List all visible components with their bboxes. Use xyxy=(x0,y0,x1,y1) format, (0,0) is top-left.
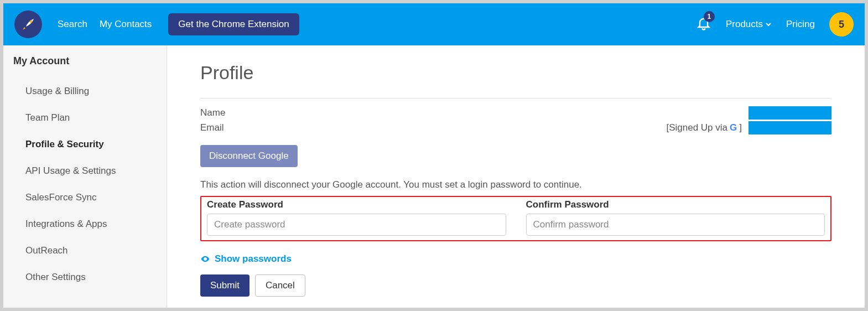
app-window: Search My Contacts Get the Chrome Extens… xyxy=(3,3,865,308)
sidebar-item-api-usage[interactable]: API Usage & Settings xyxy=(13,158,167,184)
top-header: Search My Contacts Get the Chrome Extens… xyxy=(3,3,865,45)
nav-search[interactable]: Search xyxy=(58,19,87,30)
rocket-icon xyxy=(19,15,37,33)
header-right: 1 Products Pricing 5 xyxy=(696,12,854,37)
name-row: Name xyxy=(200,105,831,120)
chrome-extension-button[interactable]: Get the Chrome Extension xyxy=(168,13,299,35)
password-fields-group: Create Password Confirm Password xyxy=(200,196,831,241)
notifications-button[interactable]: 1 xyxy=(696,15,711,33)
svg-point-0 xyxy=(30,20,33,23)
cancel-button[interactable]: Cancel xyxy=(255,274,305,297)
chevron-down-icon xyxy=(765,21,772,28)
eye-icon xyxy=(200,254,210,264)
google-icon: G xyxy=(730,120,737,135)
profile-info-section: Name Email [Signed Up via G ] Disconnect… xyxy=(200,98,831,167)
redacted-email-block xyxy=(749,121,831,134)
create-password-label: Create Password xyxy=(207,199,506,210)
show-passwords-toggle[interactable]: Show passwords xyxy=(200,253,831,265)
disconnect-info-text: This action will disconnect your Google … xyxy=(200,179,831,190)
signed-up-prefix: [Signed Up via xyxy=(666,120,727,135)
confirm-password-field: Confirm Password xyxy=(526,199,825,236)
body: My Account Usage & Billing Team Plan Pro… xyxy=(3,45,865,308)
create-password-input[interactable] xyxy=(207,214,506,236)
confirm-password-label: Confirm Password xyxy=(526,199,825,210)
sidebar-item-outreach[interactable]: OutReach xyxy=(13,237,167,264)
redacted-name-block xyxy=(749,106,831,120)
create-password-field: Create Password xyxy=(207,199,506,236)
sidebar-item-team-plan[interactable]: Team Plan xyxy=(13,105,167,131)
sidebar-title: My Account xyxy=(13,55,167,67)
sidebar-item-salesforce-sync[interactable]: SalesForce Sync xyxy=(13,184,167,211)
email-row: Email [Signed Up via G ] xyxy=(200,120,831,135)
confirm-password-input[interactable] xyxy=(526,214,825,236)
submit-button[interactable]: Submit xyxy=(200,274,250,297)
sidebar-item-integrations-apps[interactable]: Integrations & Apps xyxy=(13,211,167,237)
nav-products-label: Products xyxy=(726,19,763,30)
sidebar-item-profile-security[interactable]: Profile & Security xyxy=(13,131,167,158)
email-label: Email xyxy=(200,120,224,135)
brand-logo[interactable] xyxy=(14,11,42,38)
show-passwords-label: Show passwords xyxy=(215,253,292,265)
signed-up-suffix: ] xyxy=(739,120,742,135)
notifications-badge: 1 xyxy=(704,11,715,22)
signed-up-via: [Signed Up via G ] xyxy=(666,120,831,135)
nav-pricing[interactable]: Pricing xyxy=(786,19,815,30)
nav-links: Search My Contacts Get the Chrome Extens… xyxy=(58,13,299,35)
sidebar-item-other-settings[interactable]: Other Settings xyxy=(13,264,167,291)
name-label: Name xyxy=(200,105,225,120)
page-title: Profile xyxy=(200,62,831,84)
nav-my-contacts[interactable]: My Contacts xyxy=(100,19,152,30)
user-avatar-badge[interactable]: 5 xyxy=(829,12,854,37)
sidebar-item-usage-billing[interactable]: Usage & Billing xyxy=(13,78,167,105)
nav-products[interactable]: Products xyxy=(726,19,772,30)
disconnect-google-button[interactable]: Disconnect Google xyxy=(200,145,298,167)
main-content: Profile Name Email [Signed Up via G ] xyxy=(167,45,865,308)
sidebar: My Account Usage & Billing Team Plan Pro… xyxy=(3,45,167,308)
form-buttons: Submit Cancel xyxy=(200,274,831,297)
